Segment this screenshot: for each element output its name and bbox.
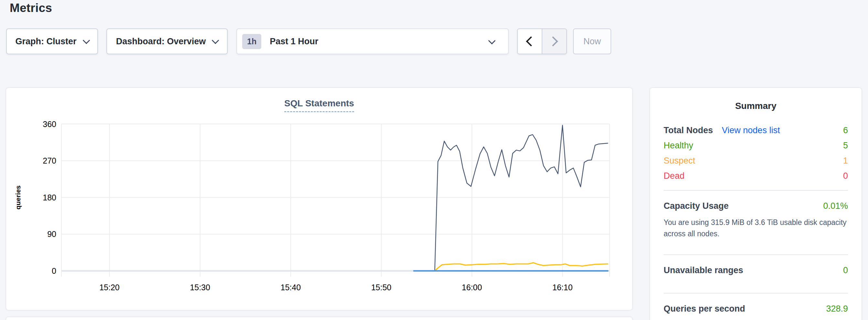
now-button[interactable]: Now	[573, 28, 611, 54]
summary-title: Summary	[663, 101, 848, 111]
chevron-down-icon	[83, 36, 90, 44]
series-statements-low	[435, 263, 608, 271]
view-nodes-list-link[interactable]: View nodes list	[722, 125, 780, 135]
graph-dropdown-label: Graph: Cluster	[15, 36, 76, 46]
total-nodes-value: 6	[843, 123, 848, 138]
dashboard-dropdown-label: Dashboard: Overview	[116, 36, 206, 46]
y-axis-label: queries	[14, 185, 22, 210]
total-nodes-row: Total Nodes View nodes list 6	[663, 123, 848, 138]
healthy-nodes-row: Healthy 5	[663, 138, 848, 153]
chart-title-wrap: SQL Statements	[6, 88, 632, 112]
page-title: Metrics	[10, 1, 52, 15]
unavailable-ranges-section: Unavailable ranges 0	[663, 255, 848, 286]
time-step-buttons	[517, 28, 567, 54]
suspect-nodes-row: Suspect 1	[663, 153, 848, 168]
time-range-selector[interactable]: 1h Past 1 Hour	[237, 28, 509, 54]
suspect-label: Suspect	[663, 153, 695, 168]
series-statements-total	[435, 125, 608, 271]
healthy-value: 5	[843, 138, 848, 153]
healthy-label: Healthy	[663, 138, 693, 153]
capacity-usage-value: 0.01%	[823, 198, 848, 214]
x-tick-label: 16:00	[462, 283, 482, 292]
dashboard-dropdown[interactable]: Dashboard: Overview	[106, 28, 228, 54]
unavailable-ranges-label: Unavailable ranges	[663, 263, 743, 278]
dead-nodes-row: Dead 0	[663, 168, 848, 184]
x-tick-label: 15:50	[371, 283, 392, 292]
y-tick-label: 90	[47, 229, 56, 238]
y-tick-label: 180	[43, 193, 56, 202]
next-time-button[interactable]	[542, 29, 566, 54]
x-tick-label: 16:10	[552, 283, 573, 292]
queries-per-second-label: Queries per second	[663, 301, 745, 316]
total-nodes-label: Total Nodes	[663, 125, 713, 135]
unavailable-ranges-value: 0	[843, 263, 848, 278]
y-tick-label: 360	[43, 120, 56, 129]
chevron-left-icon	[526, 36, 536, 46]
y-tick-label: 0	[52, 266, 56, 276]
sql-statements-chart-card: SQL Statements 15:2015:3015:4015:5016:00…	[6, 88, 632, 310]
time-range-badge: 1h	[242, 34, 261, 49]
chevron-down-icon	[488, 37, 496, 44]
y-tick-label: 270	[43, 156, 56, 165]
next-chart-card	[6, 317, 632, 320]
time-range-label: Past 1 Hour	[270, 36, 318, 46]
suspect-value: 1	[843, 153, 848, 168]
prev-time-button[interactable]	[518, 29, 542, 54]
nodes-summary: Total Nodes View nodes list 6 Healthy 5 …	[663, 123, 848, 184]
capacity-usage-description: You are using 315.9 MiB of 3.6 TiB usabl…	[663, 217, 848, 239]
chart-title[interactable]: SQL Statements	[284, 98, 354, 112]
x-tick-label: 15:40	[281, 283, 301, 292]
capacity-usage-label: Capacity Usage	[663, 198, 728, 214]
dead-label: Dead	[663, 168, 685, 184]
chevron-down-icon	[212, 36, 219, 44]
graph-dropdown[interactable]: Graph: Cluster	[6, 28, 98, 54]
chevron-right-icon	[548, 36, 558, 46]
x-tick-label: 15:20	[99, 283, 120, 292]
summary-panel: Summary Total Nodes View nodes list 6 He…	[650, 88, 862, 320]
dead-value: 0	[843, 168, 848, 184]
capacity-section: Capacity Usage 0.01% You are using 315.9…	[663, 191, 848, 248]
qps-section: Queries per second 328.9 Sum of Selects,…	[663, 293, 848, 320]
queries-per-second-value: 328.9	[826, 301, 848, 316]
x-tick-label: 15:30	[190, 283, 210, 292]
sql-statements-chart[interactable]: 15:2015:3015:4015:5016:0016:100901802703…	[6, 116, 632, 310]
